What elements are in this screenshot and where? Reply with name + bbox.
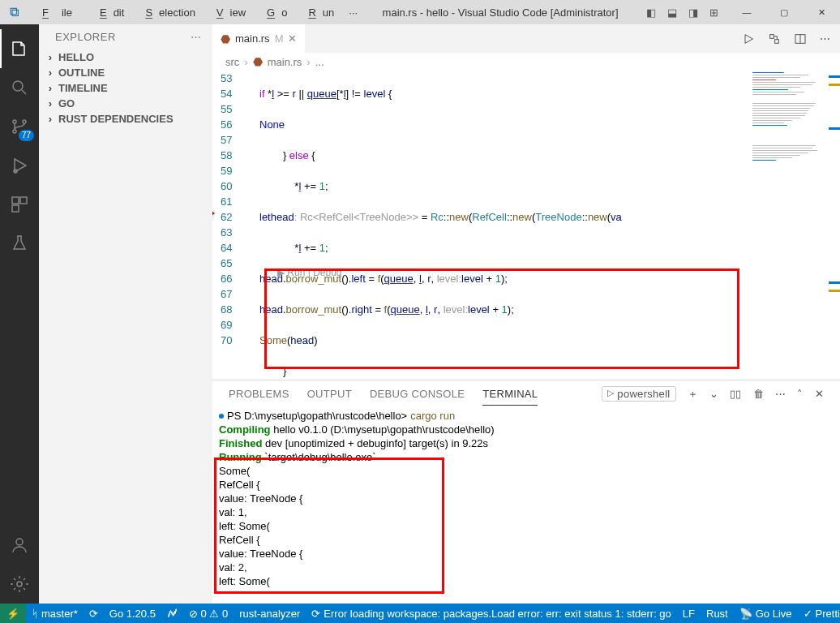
activity-bar: 77 [0, 24, 39, 604]
remote-button[interactable]: ⚡ [0, 604, 26, 623]
status-errors-warnings[interactable]: ⊘ 0 ⚠ 0 [183, 608, 234, 620]
sidebar-section-rust-deps[interactable]: ›RUST DEPENDENCIES [39, 111, 212, 127]
layout-controls: ◧ ⬓ ◨ ⊞ [636, 6, 728, 19]
svg-point-2 [13, 130, 16, 133]
activity-extensions[interactable] [0, 185, 39, 224]
sidebar-section-outline[interactable]: ›OUTLINE [39, 65, 212, 80]
vscode-logo-icon: ⧉ [0, 5, 28, 19]
breadcrumb[interactable]: src › ⬣ main.rs › ... [212, 53, 840, 71]
panel-tabs: PROBLEMS OUTPUT DEBUG CONSOLE TERMINAL ▷… [212, 380, 840, 407]
window-title: main.rs - hello - Visual Studio Code [Ad… [364, 6, 636, 19]
split-editor-icon[interactable] [794, 32, 807, 45]
tab-main-rs[interactable]: ⬣ main.rs M ✕ [212, 24, 305, 53]
menu-more[interactable]: ··· [342, 3, 364, 22]
activity-testing[interactable] [0, 224, 39, 263]
panel-tab-terminal[interactable]: TERMINAL [482, 388, 538, 406]
activity-source-control[interactable]: 77 [0, 107, 39, 146]
scm-badge: 77 [19, 130, 34, 141]
status-bar: ⚡ ᛋ master* ⟳ Go 1.20.5 🗲 ⊘ 0 ⚠ 0 rust-a… [0, 604, 840, 623]
panel: PROBLEMS OUTPUT DEBUG CONSOLE TERMINAL ▷… [212, 380, 840, 604]
status-branch[interactable]: ᛋ master* [26, 608, 84, 620]
menu-file[interactable]: File [29, 3, 85, 22]
breadcrumb-src[interactable]: src [225, 56, 239, 68]
toggle-panel-bottom-icon[interactable]: ⬓ [667, 6, 677, 19]
files-icon [10, 39, 29, 58]
terminal-dropdown-icon[interactable]: ⌄ [709, 388, 718, 400]
breadcrumb-ellipsis[interactable]: ... [315, 56, 324, 68]
close-window-button[interactable]: ✕ [803, 0, 840, 24]
maximize-button[interactable]: ▢ [765, 0, 803, 24]
new-terminal-icon[interactable]: ＋ [688, 387, 698, 402]
code-lens-run-debug[interactable]: ▶ Run | Debug [277, 265, 342, 281]
run-file-icon[interactable] [742, 32, 755, 45]
menu-selection[interactable]: Selection [132, 3, 201, 22]
status-eol[interactable]: LF [677, 608, 701, 620]
status-go-live[interactable]: 📡 Go Live [734, 608, 798, 620]
svg-rect-11 [775, 39, 779, 43]
status-go-version[interactable]: Go 1.20.5 [104, 608, 161, 620]
close-tab-icon[interactable]: ✕ [288, 32, 297, 45]
explorer-header: EXPLORER ⋯ [39, 24, 212, 49]
extensions-icon [10, 195, 29, 214]
title-bar: ⧉ File Edit Selection View Go Run ··· ma… [0, 0, 840, 24]
status-prettier[interactable]: ✓ Prettier [798, 608, 840, 620]
menu-edit[interactable]: Edit [87, 3, 131, 22]
panel-tab-output[interactable]: OUTPUT [307, 388, 352, 400]
svg-rect-5 [12, 197, 19, 204]
maximize-panel-icon[interactable]: ˄ [797, 388, 803, 400]
editor-more-icon[interactable]: ⋯ [820, 32, 830, 45]
activity-debug[interactable] [0, 146, 39, 185]
customize-layout-icon[interactable]: ⊞ [709, 6, 718, 19]
sidebar-section-hello[interactable]: ›HELLO [39, 49, 212, 65]
kill-terminal-icon[interactable]: 🗑 [753, 388, 764, 400]
activity-explorer[interactable] [0, 29, 39, 68]
line-gutter: 535455565758596061626364656667686970 [212, 71, 253, 348]
menu-go[interactable]: Go [254, 3, 294, 22]
close-panel-icon[interactable]: ✕ [815, 388, 824, 400]
panel-tab-debug-console[interactable]: DEBUG CONSOLE [370, 388, 465, 400]
minimize-button[interactable]: — [728, 0, 765, 24]
panel-tab-problems[interactable]: PROBLEMS [229, 388, 289, 400]
terminal-status-dot-icon [219, 414, 224, 419]
status-sync-icon[interactable]: ⟳ [84, 608, 104, 620]
toggle-panel-left-icon[interactable]: ◧ [646, 6, 656, 19]
svg-rect-6 [20, 197, 27, 204]
status-error-message[interactable]: ⟳ Error loading workspace: packages.Load… [306, 608, 676, 620]
svg-rect-7 [12, 205, 19, 212]
explorer-more-icon[interactable]: ⋯ [191, 31, 201, 43]
editor-toolbar: ⋯ [732, 24, 840, 53]
status-thunder-icon[interactable]: 🗲 [161, 608, 183, 620]
code-editor[interactable]: 535455565758596061626364656667686970 if … [212, 71, 749, 380]
status-rust-analyzer[interactable]: rust-analyzer [234, 608, 306, 620]
activity-accounts[interactable] [0, 526, 39, 565]
svg-point-8 [16, 539, 23, 545]
toggle-panel-right-icon[interactable]: ◨ [688, 6, 698, 19]
rust-file-icon: ⬣ [253, 55, 263, 68]
minimap[interactable] [749, 71, 829, 380]
tab-label: main.rs [235, 32, 270, 45]
split-terminal-icon[interactable]: ▯▯ [730, 388, 742, 400]
svg-point-3 [23, 120, 26, 123]
activity-search[interactable] [0, 68, 39, 107]
sidebar-section-timeline[interactable]: ›TIMELINE [39, 80, 212, 96]
account-icon [10, 535, 29, 555]
breadcrumb-main[interactable]: main.rs [268, 56, 302, 68]
flask-icon [10, 234, 29, 253]
svg-point-9 [17, 582, 22, 586]
sidebar-section-go[interactable]: ›GO [39, 96, 212, 111]
menu-run[interactable]: Run [295, 3, 341, 22]
tab-dirty-indicator: M [275, 32, 284, 45]
terminal-profile[interactable]: ▷ powershell [602, 386, 675, 402]
rust-file-icon: ⬣ [221, 32, 230, 45]
search-icon [10, 78, 29, 97]
status-language-mode[interactable]: Rust [701, 608, 734, 620]
svg-point-0 [13, 81, 23, 91]
activity-settings[interactable] [0, 565, 39, 604]
menu-view[interactable]: View [204, 3, 252, 22]
panel-more-icon[interactable]: ⋯ [775, 388, 786, 400]
overview-ruler[interactable] [829, 71, 840, 380]
code-body[interactable]: if *l >= r || queue[*l] != level { None … [259, 71, 749, 380]
terminal-body[interactable]: PS D:\mysetup\gopath\rustcode\hello> car… [212, 407, 840, 604]
debug-alt-icon[interactable] [768, 32, 781, 45]
breakpoint-marker-icon[interactable] [212, 209, 215, 217]
